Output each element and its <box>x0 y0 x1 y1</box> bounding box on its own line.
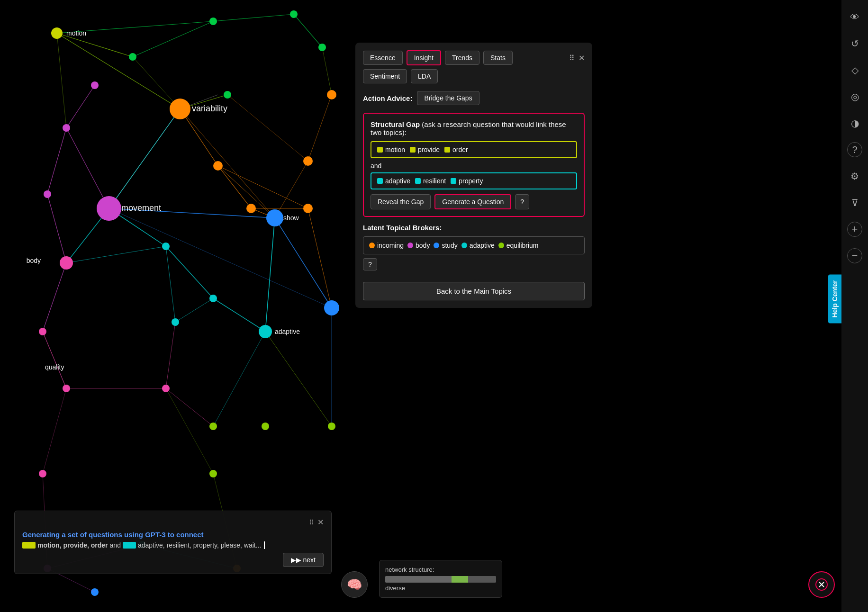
tab-insight[interactable]: Insight <box>407 50 441 65</box>
structural-gap-title: Structural Gap (ask a research question … <box>371 120 577 136</box>
notification-title: Generating a set of questions using GPT-… <box>22 531 324 539</box>
tab-row-2: Sentiment LDA <box>363 69 585 83</box>
notification-header: ⠿ ✕ <box>22 518 324 527</box>
back-to-main-topics-button[interactable]: Back to the Main Topics <box>363 282 585 300</box>
svg-point-54 <box>209 18 217 25</box>
svg-point-74 <box>60 256 73 270</box>
svg-point-53 <box>129 53 136 61</box>
broker-adaptive: adaptive <box>461 242 495 249</box>
brokers-section: Latent Topical Brokers: incoming body st… <box>363 224 585 270</box>
bridge-gaps-button[interactable]: Bridge the Gaps <box>417 91 479 105</box>
topic-item-provide: provide <box>410 146 440 153</box>
svg-point-65 <box>266 209 283 226</box>
panel-close-button[interactable]: ✕ <box>579 54 585 63</box>
svg-point-84 <box>328 423 335 430</box>
svg-text:show: show <box>283 214 299 222</box>
gap-help-button[interactable]: ? <box>515 194 529 209</box>
help-center-tab[interactable]: Help Center <box>828 275 841 324</box>
question-icon[interactable]: ? <box>847 142 862 157</box>
svg-point-57 <box>224 91 231 99</box>
svg-point-79 <box>209 295 217 302</box>
topic-dot-order <box>444 147 450 153</box>
target-icon[interactable]: ◎ <box>847 89 862 104</box>
brokers-title: Latent Topical Brokers: <box>363 224 585 232</box>
topic-dot-adaptive <box>377 178 383 184</box>
svg-point-56 <box>318 44 326 51</box>
diamond-icon[interactable]: ◇ <box>847 63 862 78</box>
notif-color-box-yellow <box>22 542 36 549</box>
eye-icon[interactable]: 👁 <box>847 9 862 25</box>
broker-dot-body <box>407 243 413 248</box>
svg-point-71 <box>327 90 336 99</box>
topic-dot-resilient <box>415 178 421 184</box>
svg-point-60 <box>63 124 70 132</box>
svg-point-62 <box>44 190 51 198</box>
topic-box-1: motion provide order <box>371 141 577 158</box>
notif-terms-2: adaptive, resilient, property, please, w… <box>138 541 261 549</box>
broker-study: study <box>434 242 457 249</box>
svg-point-82 <box>63 385 70 392</box>
broker-dot-study <box>434 243 439 248</box>
minus-icon[interactable]: − <box>847 248 862 263</box>
tab-row-1: Essence Insight Trends Stats ⠿ ✕ <box>363 50 585 65</box>
gear-icon[interactable]: ⚙ <box>847 169 862 184</box>
svg-point-85 <box>209 423 217 430</box>
panel-dots-button[interactable]: ⠿ <box>569 54 575 63</box>
filter-icon[interactable]: ⊽ <box>847 195 862 210</box>
action-advice-row: Action Advice: Bridge the Gaps <box>363 91 585 105</box>
notification-close-button[interactable]: ✕ <box>317 518 324 527</box>
insight-panel: Essence Insight Trends Stats ⠿ ✕ Sentime… <box>355 43 592 308</box>
svg-point-51 <box>51 27 63 39</box>
notif-drag-handle: ⠿ <box>309 519 314 526</box>
svg-point-76 <box>259 325 272 338</box>
svg-text:body: body <box>27 257 41 264</box>
topic-item-adaptive: adaptive <box>377 177 410 185</box>
and-text: and <box>371 162 577 170</box>
svg-text:quality: quality <box>45 363 64 371</box>
broker-incoming: incoming <box>369 242 404 249</box>
broker-body: body <box>407 242 430 249</box>
reveal-gap-button[interactable]: Reveal the Gap <box>371 194 431 209</box>
gap-buttons: Reveal the Gap Generate a Question ? <box>371 194 577 209</box>
svg-point-55 <box>290 10 298 18</box>
topic-dot-motion <box>377 147 383 153</box>
network-structure-panel: network structure: diverse <box>379 560 502 598</box>
notification-next-button[interactable]: ▶▶ next <box>283 553 324 567</box>
network-structure-bar <box>385 576 496 583</box>
svg-text:adaptive: adaptive <box>275 328 300 335</box>
network-structure-label: network structure: <box>385 566 496 573</box>
tab-sentiment[interactable]: Sentiment <box>363 69 407 83</box>
svg-text:variability: variability <box>192 104 227 113</box>
generate-question-button[interactable]: Generate a Question <box>434 194 511 209</box>
broker-dot-adaptive <box>461 243 467 248</box>
contrast-icon[interactable]: ◑ <box>847 116 862 131</box>
svg-point-61 <box>91 81 99 89</box>
notification-body: motion, provide, order and adaptive, res… <box>22 541 324 549</box>
action-advice-label: Action Advice: <box>363 94 412 102</box>
bottom-close-button[interactable] <box>808 571 835 598</box>
tab-trends[interactable]: Trends <box>445 51 479 65</box>
svg-point-72 <box>162 243 170 250</box>
topic-box-2: adaptive resilient property <box>371 172 577 189</box>
broker-dot-equilibrium <box>498 243 504 248</box>
tab-essence[interactable]: Essence <box>363 51 403 65</box>
brokers-box: incoming body study adaptive equilibrium <box>363 236 585 254</box>
tab-lda[interactable]: LDA <box>411 69 438 83</box>
plus-icon[interactable]: + <box>847 222 862 237</box>
svg-point-70 <box>303 156 313 166</box>
svg-point-83 <box>162 385 170 392</box>
refresh-icon[interactable]: ↺ <box>847 36 862 51</box>
right-sidebar: 👁 ↺ ◇ ◎ ◑ ? ⚙ ⊽ + − <box>841 0 868 612</box>
svg-point-63 <box>97 196 121 221</box>
tab-stats[interactable]: Stats <box>483 51 513 65</box>
svg-point-81 <box>39 328 46 335</box>
svg-point-67 <box>213 161 223 171</box>
brokers-help-button[interactable]: ? <box>363 258 377 270</box>
notif-color-box-cyan <box>123 542 136 549</box>
topic-item-property: property <box>451 177 483 185</box>
svg-text:movement: movement <box>121 203 161 213</box>
brain-icon-button[interactable]: 🧠 <box>341 571 368 598</box>
topic-item-resilient: resilient <box>415 177 446 185</box>
svg-point-58 <box>170 99 190 119</box>
svg-point-68 <box>246 204 256 213</box>
